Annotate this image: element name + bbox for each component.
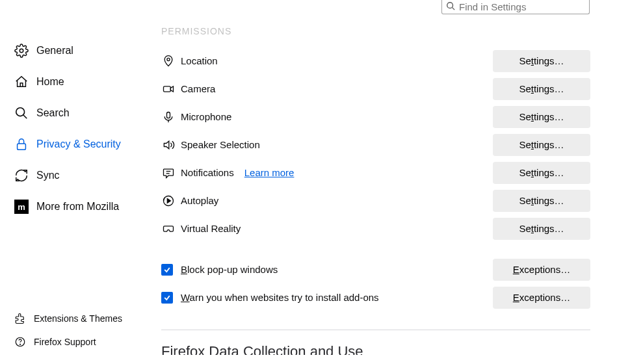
svg-rect-5 (18, 144, 26, 150)
svg-point-0 (447, 3, 453, 8)
sidebar-item-label: More from Mozilla (36, 201, 119, 213)
puzzle-icon (14, 313, 26, 324)
microphone-settings-button[interactable]: Settings… (493, 106, 590, 128)
block-popups-label: Block pop-up windows (181, 264, 278, 275)
speaker-icon (161, 138, 176, 152)
camera-settings-button[interactable]: Settings… (493, 78, 590, 100)
sidebar-bottom: Extensions & Themes Firefox Support (14, 307, 157, 354)
permission-location: Location Settings… (161, 47, 590, 75)
permission-vr: Virtual Reality Settings… (161, 214, 590, 242)
sidebar-item-label: Privacy & Security (36, 138, 121, 150)
svg-rect-10 (167, 112, 170, 118)
bottom-link-label: Firefox Support (34, 337, 96, 347)
autoplay-settings-button[interactable]: Settings… (493, 190, 590, 212)
location-settings-button[interactable]: Settings… (493, 50, 590, 72)
permission-label: Speaker Selection (181, 139, 260, 150)
gear-icon (14, 44, 29, 58)
extensions-themes-link[interactable]: Extensions & Themes (14, 307, 157, 330)
svg-marker-12 (164, 141, 169, 149)
permission-autoplay: Autoplay Settings… (161, 187, 590, 214)
svg-point-3 (16, 108, 25, 116)
sidebar-item-sync[interactable]: Sync (14, 160, 144, 191)
notification-icon (161, 166, 176, 180)
svg-point-7 (20, 344, 20, 344)
permission-speaker: Speaker Selection Settings… (161, 131, 590, 159)
permission-microphone: Microphone Settings… (161, 103, 590, 131)
camera-icon (161, 82, 176, 96)
permission-label: Autoplay (181, 195, 218, 206)
svg-point-8 (167, 58, 170, 60)
popups-exceptions-button[interactable]: Exceptions… (493, 259, 590, 281)
settings-search-input[interactable] (459, 1, 585, 12)
vr-icon (161, 222, 176, 236)
block-popups-checkbox[interactable] (161, 264, 173, 276)
block-popups-row: Block pop-up windows Exceptions… (161, 255, 590, 283)
svg-rect-9 (164, 86, 171, 91)
notifications-learn-more-link[interactable]: Learn more (244, 167, 295, 178)
sidebar-item-privacy-security[interactable]: Privacy & Security (14, 129, 144, 160)
sidebar-item-label: Home (36, 76, 64, 88)
search-icon (14, 106, 29, 120)
sidebar-item-label: General (36, 45, 73, 57)
permission-label: Virtual Reality (181, 223, 241, 234)
permission-label: Location (181, 55, 218, 66)
lock-icon (14, 137, 29, 151)
mozilla-icon: m (14, 200, 29, 214)
permission-label: Notifications (181, 167, 234, 178)
addons-exceptions-button[interactable]: Exceptions… (493, 287, 590, 309)
location-icon (161, 54, 176, 68)
permission-notifications: Notifications Learn more Settings… (161, 159, 590, 187)
section-divider (161, 330, 590, 330)
svg-line-4 (23, 115, 27, 119)
notifications-settings-button[interactable]: Settings… (493, 162, 590, 184)
warn-addons-label: Warn you when websites try to install ad… (181, 292, 379, 303)
sync-icon (14, 168, 29, 183)
sidebar-item-label: Sync (36, 170, 60, 181)
sidebar-item-home[interactable]: Home (14, 66, 144, 98)
home-icon (14, 75, 29, 89)
svg-marker-16 (167, 198, 170, 203)
sidebar-item-label: Search (36, 107, 70, 119)
svg-line-1 (453, 8, 455, 10)
svg-point-2 (20, 49, 23, 53)
search-icon (446, 1, 455, 12)
autoplay-icon (161, 194, 176, 208)
permission-label: Microphone (181, 111, 231, 122)
sidebar-item-search[interactable]: Search (14, 98, 144, 129)
data-collection-heading: Firefox Data Collection and Use (161, 343, 590, 355)
settings-sidebar: General Home Search Privacy & Security (14, 35, 144, 222)
microphone-icon (161, 110, 176, 124)
sidebar-item-general[interactable]: General (14, 35, 144, 66)
permission-label: Camera (181, 83, 215, 94)
help-icon (14, 336, 26, 348)
permission-camera: Camera Settings… (161, 75, 590, 103)
vr-settings-button[interactable]: Settings… (493, 218, 590, 240)
speaker-settings-button[interactable]: Settings… (493, 134, 590, 156)
sidebar-item-more-mozilla[interactable]: m More from Mozilla (14, 191, 144, 222)
bottom-link-label: Extensions & Themes (34, 313, 122, 324)
permissions-heading: PERMISSIONS (161, 26, 590, 39)
settings-main: PERMISSIONS Location Settings… Camera Se… (161, 26, 590, 355)
warn-addons-row: Warn you when websites try to install ad… (161, 283, 590, 311)
warn-addons-checkbox[interactable] (161, 292, 173, 304)
firefox-support-link[interactable]: Firefox Support (14, 330, 157, 354)
settings-search[interactable] (441, 0, 590, 14)
